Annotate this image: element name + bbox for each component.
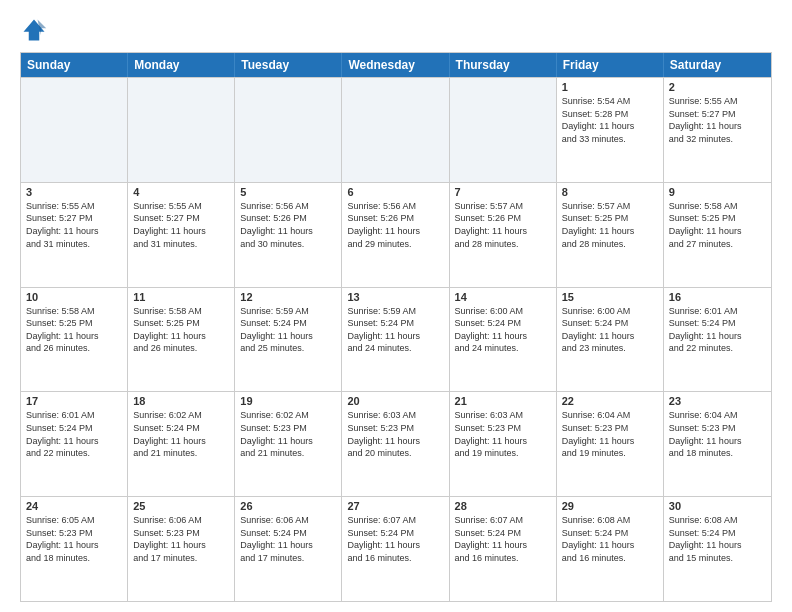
cell-info: Sunrise: 5:56 AM Sunset: 5:26 PM Dayligh… [240,200,336,250]
calendar-cell: 21Sunrise: 6:03 AM Sunset: 5:23 PM Dayli… [450,392,557,496]
calendar-cell: 29Sunrise: 6:08 AM Sunset: 5:24 PM Dayli… [557,497,664,601]
day-number: 18 [133,395,229,407]
calendar-cell: 4Sunrise: 5:55 AM Sunset: 5:27 PM Daylig… [128,183,235,287]
day-number: 9 [669,186,766,198]
weekday-header: Thursday [450,53,557,77]
cell-info: Sunrise: 6:00 AM Sunset: 5:24 PM Dayligh… [562,305,658,355]
cell-info: Sunrise: 6:02 AM Sunset: 5:24 PM Dayligh… [133,409,229,459]
day-number: 1 [562,81,658,93]
svg-marker-0 [24,20,45,41]
calendar-cell: 20Sunrise: 6:03 AM Sunset: 5:23 PM Dayli… [342,392,449,496]
calendar-cell: 23Sunrise: 6:04 AM Sunset: 5:23 PM Dayli… [664,392,771,496]
cell-info: Sunrise: 6:07 AM Sunset: 5:24 PM Dayligh… [455,514,551,564]
day-number: 3 [26,186,122,198]
day-number: 24 [26,500,122,512]
cell-info: Sunrise: 5:58 AM Sunset: 5:25 PM Dayligh… [26,305,122,355]
day-number: 20 [347,395,443,407]
calendar-cell: 24Sunrise: 6:05 AM Sunset: 5:23 PM Dayli… [21,497,128,601]
calendar-cell: 25Sunrise: 6:06 AM Sunset: 5:23 PM Dayli… [128,497,235,601]
calendar-row: 10Sunrise: 5:58 AM Sunset: 5:25 PM Dayli… [21,287,771,392]
calendar-cell [450,78,557,182]
day-number: 21 [455,395,551,407]
cell-info: Sunrise: 6:03 AM Sunset: 5:23 PM Dayligh… [347,409,443,459]
calendar-cell: 7Sunrise: 5:57 AM Sunset: 5:26 PM Daylig… [450,183,557,287]
calendar-cell: 18Sunrise: 6:02 AM Sunset: 5:24 PM Dayli… [128,392,235,496]
calendar-cell: 17Sunrise: 6:01 AM Sunset: 5:24 PM Dayli… [21,392,128,496]
calendar-cell: 26Sunrise: 6:06 AM Sunset: 5:24 PM Dayli… [235,497,342,601]
calendar-cell: 28Sunrise: 6:07 AM Sunset: 5:24 PM Dayli… [450,497,557,601]
cell-info: Sunrise: 6:06 AM Sunset: 5:23 PM Dayligh… [133,514,229,564]
day-number: 11 [133,291,229,303]
day-number: 12 [240,291,336,303]
calendar-cell: 1Sunrise: 5:54 AM Sunset: 5:28 PM Daylig… [557,78,664,182]
cell-info: Sunrise: 6:08 AM Sunset: 5:24 PM Dayligh… [562,514,658,564]
day-number: 16 [669,291,766,303]
calendar-cell: 6Sunrise: 5:56 AM Sunset: 5:26 PM Daylig… [342,183,449,287]
day-number: 2 [669,81,766,93]
day-number: 5 [240,186,336,198]
cell-info: Sunrise: 5:58 AM Sunset: 5:25 PM Dayligh… [669,200,766,250]
day-number: 30 [669,500,766,512]
cell-info: Sunrise: 6:04 AM Sunset: 5:23 PM Dayligh… [669,409,766,459]
weekday-header: Friday [557,53,664,77]
cell-info: Sunrise: 6:05 AM Sunset: 5:23 PM Dayligh… [26,514,122,564]
day-number: 14 [455,291,551,303]
cell-info: Sunrise: 5:55 AM Sunset: 5:27 PM Dayligh… [26,200,122,250]
cell-info: Sunrise: 5:55 AM Sunset: 5:27 PM Dayligh… [133,200,229,250]
calendar-cell [21,78,128,182]
cell-info: Sunrise: 5:59 AM Sunset: 5:24 PM Dayligh… [240,305,336,355]
calendar-cell: 14Sunrise: 6:00 AM Sunset: 5:24 PM Dayli… [450,288,557,392]
cell-info: Sunrise: 6:03 AM Sunset: 5:23 PM Dayligh… [455,409,551,459]
calendar-cell [128,78,235,182]
day-number: 19 [240,395,336,407]
calendar: SundayMondayTuesdayWednesdayThursdayFrid… [20,52,772,602]
calendar-row: 1Sunrise: 5:54 AM Sunset: 5:28 PM Daylig… [21,77,771,182]
day-number: 26 [240,500,336,512]
calendar-cell: 9Sunrise: 5:58 AM Sunset: 5:25 PM Daylig… [664,183,771,287]
day-number: 29 [562,500,658,512]
cell-info: Sunrise: 6:02 AM Sunset: 5:23 PM Dayligh… [240,409,336,459]
header [20,16,772,44]
calendar-header: SundayMondayTuesdayWednesdayThursdayFrid… [21,53,771,77]
day-number: 23 [669,395,766,407]
weekday-header: Sunday [21,53,128,77]
calendar-cell: 27Sunrise: 6:07 AM Sunset: 5:24 PM Dayli… [342,497,449,601]
cell-info: Sunrise: 5:55 AM Sunset: 5:27 PM Dayligh… [669,95,766,145]
calendar-cell: 8Sunrise: 5:57 AM Sunset: 5:25 PM Daylig… [557,183,664,287]
cell-info: Sunrise: 5:58 AM Sunset: 5:25 PM Dayligh… [133,305,229,355]
calendar-cell: 10Sunrise: 5:58 AM Sunset: 5:25 PM Dayli… [21,288,128,392]
calendar-cell: 19Sunrise: 6:02 AM Sunset: 5:23 PM Dayli… [235,392,342,496]
cell-info: Sunrise: 5:57 AM Sunset: 5:25 PM Dayligh… [562,200,658,250]
weekday-header: Tuesday [235,53,342,77]
weekday-header: Saturday [664,53,771,77]
calendar-cell [235,78,342,182]
cell-info: Sunrise: 5:56 AM Sunset: 5:26 PM Dayligh… [347,200,443,250]
weekday-header: Wednesday [342,53,449,77]
day-number: 8 [562,186,658,198]
day-number: 6 [347,186,443,198]
page: SundayMondayTuesdayWednesdayThursdayFrid… [0,0,792,612]
cell-info: Sunrise: 6:01 AM Sunset: 5:24 PM Dayligh… [669,305,766,355]
calendar-body: 1Sunrise: 5:54 AM Sunset: 5:28 PM Daylig… [21,77,771,601]
cell-info: Sunrise: 6:08 AM Sunset: 5:24 PM Dayligh… [669,514,766,564]
cell-info: Sunrise: 6:07 AM Sunset: 5:24 PM Dayligh… [347,514,443,564]
day-number: 25 [133,500,229,512]
cell-info: Sunrise: 5:57 AM Sunset: 5:26 PM Dayligh… [455,200,551,250]
day-number: 17 [26,395,122,407]
calendar-cell: 11Sunrise: 5:58 AM Sunset: 5:25 PM Dayli… [128,288,235,392]
day-number: 4 [133,186,229,198]
cell-info: Sunrise: 5:54 AM Sunset: 5:28 PM Dayligh… [562,95,658,145]
day-number: 7 [455,186,551,198]
cell-info: Sunrise: 5:59 AM Sunset: 5:24 PM Dayligh… [347,305,443,355]
day-number: 22 [562,395,658,407]
calendar-cell: 2Sunrise: 5:55 AM Sunset: 5:27 PM Daylig… [664,78,771,182]
cell-info: Sunrise: 6:01 AM Sunset: 5:24 PM Dayligh… [26,409,122,459]
cell-info: Sunrise: 6:00 AM Sunset: 5:24 PM Dayligh… [455,305,551,355]
calendar-cell: 12Sunrise: 5:59 AM Sunset: 5:24 PM Dayli… [235,288,342,392]
calendar-cell: 3Sunrise: 5:55 AM Sunset: 5:27 PM Daylig… [21,183,128,287]
calendar-cell: 15Sunrise: 6:00 AM Sunset: 5:24 PM Dayli… [557,288,664,392]
logo-icon [20,16,48,44]
day-number: 15 [562,291,658,303]
logo [20,16,52,44]
calendar-row: 3Sunrise: 5:55 AM Sunset: 5:27 PM Daylig… [21,182,771,287]
